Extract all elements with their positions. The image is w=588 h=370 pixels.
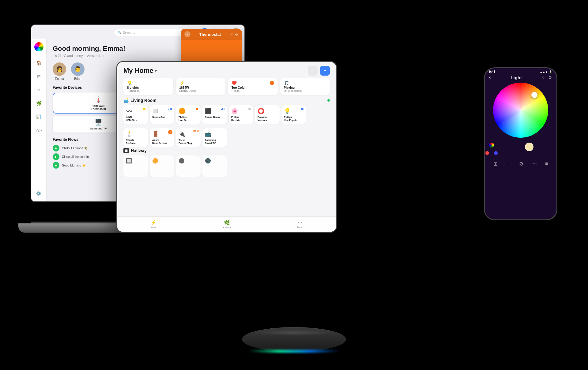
hallway-chevron-icon[interactable]: › xyxy=(149,149,149,152)
device-aqara[interactable]: 🚪 AqaraDoor Sensor ! xyxy=(150,128,174,147)
phone-signal: ▲▲▲ 🔋 xyxy=(540,70,552,73)
sidebar-icon-leaf[interactable]: 🌿 xyxy=(35,99,43,108)
phone-list-icon[interactable]: ≡ xyxy=(545,161,548,167)
search-icon: 🔍 xyxy=(118,31,122,34)
phone-gear-icon[interactable]: ⚙ xyxy=(548,75,552,80)
hue-fugato-lr-indicator xyxy=(301,108,303,110)
blue-dot xyxy=(494,151,498,155)
status-card-energy[interactable]: ⚡ 1684W Energy usage xyxy=(176,78,226,95)
phone-arrow-icon[interactable]: → xyxy=(506,161,511,167)
hallway-device-4[interactable]: 🌑 xyxy=(202,155,227,177)
phone-settings-icon[interactable]: ⚙ xyxy=(519,161,523,167)
tablet-home-title: My Home ▾ xyxy=(123,67,157,75)
app-logo xyxy=(34,42,43,51)
thermostat-close-button[interactable]: × xyxy=(184,31,190,37)
device-roomba[interactable]: ⭕ RoombaVacuum xyxy=(255,105,280,124)
device-rituals[interactable]: 🕯️ RitualsPerfume xyxy=(123,128,148,147)
sidebar-icon-code[interactable]: </> xyxy=(35,126,43,135)
hue-fugato-lr-icon: 💡 xyxy=(284,108,291,114)
phone-statusbar: 9:41 ▲▲▲ 🔋 xyxy=(485,68,556,73)
device-hue-go[interactable]: 🟠 PhilipsHue Go xyxy=(176,105,201,124)
tablet-header: My Home ▾ ··· + xyxy=(117,62,336,78)
device-samsung-tv-lr[interactable]: 📺 SamsungSmart TV xyxy=(202,128,227,147)
sidebar-icon-sliders[interactable]: ≋ xyxy=(35,86,43,94)
hue-iris-indicator xyxy=(248,108,251,110)
nav-more[interactable]: ··· More xyxy=(297,220,303,229)
color-palette-cluster[interactable] xyxy=(485,143,498,156)
health-title: Too Cold xyxy=(232,86,274,89)
sidebar-icon-home[interactable]: 🏠 xyxy=(35,59,43,67)
playing-title: Playing xyxy=(284,86,326,89)
flow-play-morning[interactable]: ▶ xyxy=(53,162,59,169)
flow-play-curtains[interactable]: ▶ xyxy=(53,153,59,160)
hallway-dev2-icon: 🟠 xyxy=(152,158,158,164)
device-sonos-one[interactable]: ◻️ Sonos One xyxy=(150,105,174,124)
status-card-playing[interactable]: 🎵 Playing On 2 speakers xyxy=(280,78,330,95)
flow-label-curtains: Close all the curtains xyxy=(62,155,90,159)
phone-heart-icon[interactable]: ♡ xyxy=(542,75,546,80)
red-dot xyxy=(485,151,489,155)
more-options-button[interactable]: ··· xyxy=(308,66,318,76)
hallway-device-3[interactable]: ⚫ xyxy=(176,155,201,177)
living-room-active-dot xyxy=(327,99,330,102)
phone-wave-icon[interactable]: 〰 xyxy=(532,161,537,167)
aqara-icon: 🚪 xyxy=(152,131,159,137)
nav-flow[interactable]: ⚡ Flow xyxy=(150,220,156,229)
thermostat-gear-icon[interactable]: ⚙ xyxy=(235,32,238,36)
flow-play-chillout[interactable]: ▶ xyxy=(53,145,59,151)
device-sonos-beam[interactable]: ⬛ Sonos Beam xyxy=(202,105,227,124)
more-icon: ··· xyxy=(298,220,302,225)
thermostat-icon: 🌡️ xyxy=(95,96,102,103)
status-card-health[interactable]: ❤️ ! Too Cold Health xyxy=(228,78,278,95)
hub-glow-rim xyxy=(248,350,340,353)
avatar-emma[interactable]: 👩 Emma xyxy=(53,62,66,80)
device-hue-iris[interactable]: 🌸 PhilipsHue Iris xyxy=(229,105,253,124)
device-innr-led[interactable]: 〰️ INNRLED Strip xyxy=(123,105,148,124)
trust-watt-indicator: 832 W xyxy=(193,130,199,132)
color-wheel[interactable] xyxy=(493,83,548,138)
trust-icon: 🔌 xyxy=(179,131,185,137)
hallway-icon: ◼ xyxy=(123,148,129,153)
hue-go-icon: 🟠 xyxy=(179,108,185,114)
phone-grid-icon[interactable]: ⊞ xyxy=(493,161,497,167)
back-button[interactable]: ‹ xyxy=(489,75,491,80)
nav-energy[interactable]: 🌿 Energy xyxy=(223,220,231,229)
status-card-lights[interactable]: 💡 8 Lights Turned on xyxy=(123,78,173,95)
avatar-brian[interactable]: 👨 Brian xyxy=(71,62,85,80)
home-chevron-icon[interactable]: ▾ xyxy=(155,68,157,73)
flow-label: Flow xyxy=(151,226,156,229)
energy-title: 1684W xyxy=(179,86,222,89)
sonos-beam-name: Sonos Beam xyxy=(205,116,220,119)
device-trust-plug[interactable]: 🔌 TrustPower Plug 832 W xyxy=(176,128,201,147)
sidebar-icon-gear[interactable]: ⚙️ xyxy=(35,189,43,198)
hallway-device-1[interactable]: 🔲 xyxy=(123,155,148,177)
phone-time: 9:41 xyxy=(489,70,495,73)
my-home-label: My Home xyxy=(123,67,153,75)
tablet-bottom-nav: ⚡ Flow 🌿 Energy ··· More xyxy=(117,216,336,232)
living-room-chevron-icon[interactable]: › xyxy=(158,99,159,102)
thermostat-popup-header: × Thermostat ♡ ⚙ xyxy=(181,29,242,40)
music-icon: 🎵 xyxy=(284,80,289,85)
hallway-dev3-icon: ⚫ xyxy=(179,158,185,164)
emma-name: Emma xyxy=(55,77,64,80)
innr-name: INNRLED Strip xyxy=(126,116,137,121)
white-color-dot[interactable] xyxy=(525,143,533,151)
hue-go-name: PhilipsHue Go xyxy=(179,116,187,121)
sidebar-icon-grid[interactable]: ⊞ xyxy=(35,72,43,81)
hue-iris-icon: 🌸 xyxy=(231,108,238,114)
hallway-device-2[interactable]: 🟠 xyxy=(150,155,174,177)
device-hue-fugato-lr[interactable]: 💡 PhilipsHue Fugato xyxy=(281,105,306,124)
sonos-beam-icon: ⬛ xyxy=(205,108,212,114)
status-cards-row: 💡 8 Lights Turned on ⚡ 1684W Energy usag… xyxy=(117,78,336,98)
innr-indicator xyxy=(143,108,145,110)
add-device-button[interactable]: + xyxy=(320,66,330,76)
thermostat-heart-icon[interactable]: ♡ xyxy=(230,32,233,36)
rainbow-dot xyxy=(489,143,494,148)
color-selector-dot[interactable] xyxy=(531,92,537,98)
hallway-devices-grid: 🔲 🟠 ⚫ 🌑 xyxy=(123,155,330,177)
health-sub: Health xyxy=(232,89,274,92)
hub-device xyxy=(242,327,346,352)
tablet-device: My Home ▾ ··· + 💡 8 Lights Turned on ⚡ xyxy=(116,61,337,233)
phone-palette-row xyxy=(485,143,556,156)
sidebar-icon-chart[interactable]: 📊 xyxy=(35,113,43,121)
